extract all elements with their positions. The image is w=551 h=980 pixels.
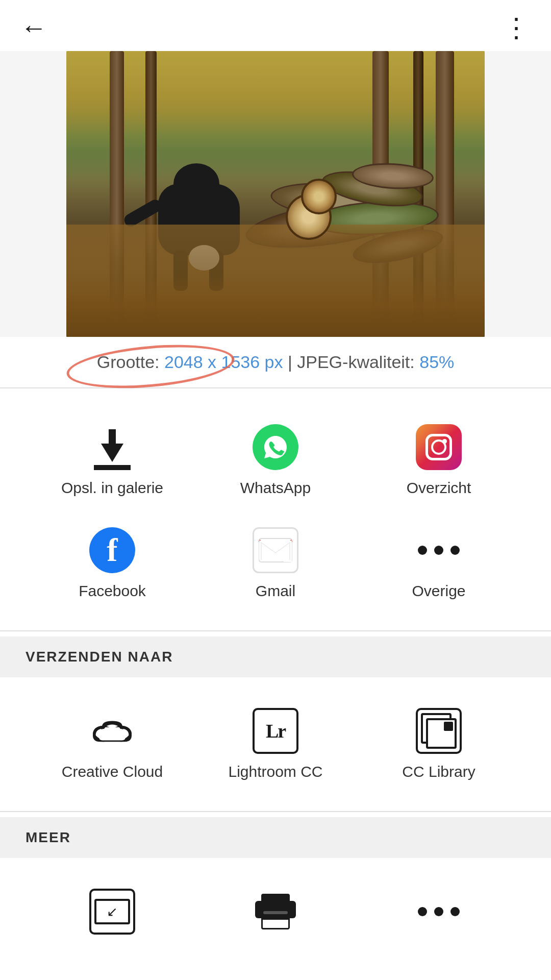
dot2 [434, 546, 443, 555]
creative-cloud-icon [89, 708, 135, 754]
share-item-save-gallery[interactable]: Opsl. in galerie [31, 409, 194, 512]
meer-dot3 [450, 907, 460, 916]
share-item-more[interactable]: Overige [357, 512, 520, 615]
dog-leg1 [173, 250, 188, 291]
save-baseline [94, 465, 131, 470]
dog-tail [122, 198, 164, 229]
lightroom-icon: Lr [253, 708, 298, 754]
back-button[interactable]: ← [20, 14, 47, 41]
library-tag [444, 722, 453, 731]
arrow-head [101, 444, 123, 462]
screen-inner [94, 899, 130, 924]
more-icon [416, 527, 462, 573]
share-item-screen-capture[interactable] [31, 873, 194, 959]
top-bar: ← ⋮ [0, 0, 551, 51]
meer-more-icon [416, 889, 462, 935]
cc-library-icon [416, 708, 462, 754]
divider-top [0, 387, 551, 388]
download-icon [89, 424, 135, 470]
more-label: Overige [412, 582, 465, 600]
share-item-instagram[interactable]: Overzicht [357, 409, 520, 512]
share-grid: Opsl. in galerie WhatsApp Overzicht f Fa… [0, 394, 551, 625]
creative-cloud-label: Creative Cloud [62, 763, 163, 780]
dot3 [450, 546, 460, 555]
share-item-cc-library[interactable]: CC Library [357, 693, 520, 796]
quality-value[interactable]: 85% [419, 352, 454, 372]
divider-middle [0, 630, 551, 631]
meer-header: MEER [0, 817, 551, 858]
meer-grid [0, 858, 551, 969]
verzenden-naar-grid: Creative Cloud Lr Lightroom CC CC Librar… [0, 677, 551, 806]
verzenden-naar-header: VERZENDEN NAAR [0, 636, 551, 677]
share-item-creative-cloud[interactable]: Creative Cloud [31, 693, 194, 796]
dot1 [418, 546, 427, 555]
dog-head [173, 163, 219, 204]
separator: | [283, 352, 297, 372]
facebook-label: Facebook [79, 582, 146, 600]
save-gallery-label: Opsl. in galerie [61, 479, 163, 497]
verzenden-naar-title: VERZENDEN NAAR [26, 649, 173, 665]
photo-display [66, 51, 485, 337]
whatsapp-icon [253, 424, 298, 470]
quality-prefix: JPEG-kwaliteit: [297, 352, 419, 372]
share-item-whatsapp[interactable]: WhatsApp [194, 409, 357, 512]
share-item-lightroom-cc[interactable]: Lr Lightroom CC [194, 693, 357, 796]
instagram-icon [416, 424, 462, 470]
whatsapp-label: WhatsApp [240, 479, 311, 497]
share-item-print[interactable] [194, 873, 357, 959]
dog-white-chest [189, 245, 219, 271]
cc-library-label: CC Library [402, 763, 475, 780]
instagram-label: Overzicht [407, 479, 471, 497]
ground-leaves [66, 276, 485, 337]
gmail-label: Gmail [256, 582, 295, 600]
facebook-icon: f [89, 527, 135, 573]
library-rect2 [426, 718, 457, 749]
meer-title: MEER [26, 829, 71, 845]
size-value[interactable]: 2048 x 1536 px [164, 352, 283, 372]
dog-leg2 [209, 250, 223, 291]
more-menu-button[interactable]: ⋮ [503, 14, 531, 41]
arrow-stem [109, 429, 116, 444]
divider-bottom [0, 811, 551, 812]
instagram-inner [425, 434, 452, 460]
image-container [0, 51, 551, 337]
meer-dot1 [418, 907, 427, 916]
lightroom-cc-label: Lightroom CC [228, 763, 322, 780]
share-item-facebook[interactable]: f Facebook [31, 512, 194, 615]
share-item-gmail[interactable]: Gmail [194, 512, 357, 615]
size-prefix: Grootte: [97, 352, 164, 372]
screen-capture-icon [89, 889, 135, 935]
print-icon [253, 889, 298, 935]
share-item-meer-more[interactable] [357, 873, 520, 959]
meer-dot2 [434, 907, 443, 916]
gmail-icon [253, 527, 298, 573]
cc-library-inner [421, 713, 457, 749]
image-info: Grootte: 2048 x 1536 px | JPEG-kwaliteit… [0, 337, 551, 382]
